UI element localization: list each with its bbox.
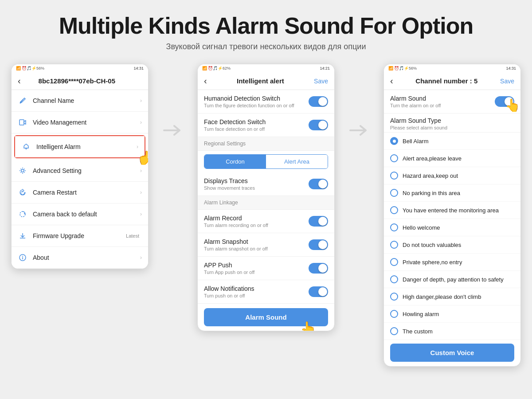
radio-howling-alarm[interactable]: [390, 310, 398, 318]
nav-bar-1: ‹ 8bc12896****07eb-CH-05: [12, 72, 148, 90]
radio-row-do-not-touch[interactable]: Do not touch valuables: [384, 236, 520, 254]
radio-monitoring-area[interactable]: [390, 206, 398, 214]
firmware-upgrade-icon: [18, 231, 27, 241]
custom-voice-button[interactable]: Custom Voice: [390, 344, 514, 362]
displays-traces-desc: Show movement traces: [204, 185, 309, 191]
face-toggle[interactable]: [309, 120, 328, 130]
chevron-intelligent-alarm: ›: [137, 144, 138, 150]
advanced-setting-icon: [18, 166, 27, 176]
radio-row-no-parking[interactable]: No parking in this area: [384, 184, 520, 202]
video-management-icon: [18, 117, 27, 127]
menu-item-video-management[interactable]: Video Management ›: [12, 112, 148, 133]
back-button-1[interactable]: ‹: [18, 76, 21, 86]
hand-cursor-1: 👆: [137, 150, 148, 165]
alarm-record-toggle[interactable]: [309, 216, 328, 227]
face-desc: Turn face detection on or off: [204, 126, 309, 132]
svg-point-1: [21, 169, 24, 172]
menu-label-firmware-upgrade: Firmware Upgrade: [33, 232, 126, 239]
svg-rect-0: [20, 120, 24, 125]
about-icon: [18, 253, 27, 262]
menu-item-advanced-setting[interactable]: Advanced Setting ›: [12, 160, 148, 182]
radio-hello-welcome[interactable]: [390, 223, 398, 231]
channel-name-icon: [18, 96, 27, 106]
radio-do-not-touch[interactable]: [390, 241, 398, 249]
status-bar-1: 📶 ⏰🎵⚡56% 14:31: [12, 64, 148, 72]
hand-cursor-3: 👆: [505, 98, 520, 113]
tab-row: Cordon Alert Area: [204, 154, 328, 169]
radio-no-parking[interactable]: [390, 189, 398, 197]
menu-label-camera-restart: Camera Restart: [33, 189, 140, 196]
menu-label-advanced-setting: Advanced Setting: [33, 167, 140, 174]
menu-item-camera-restart[interactable]: Camera Restart ›: [12, 182, 148, 203]
radio-row-monitoring-area[interactable]: You have entered the monitoring area: [384, 202, 520, 219]
nav-title-2: Intelligent alert: [237, 77, 284, 85]
menu-item-intelligent-alarm-wrapper: Intelligent Alarm › 👆: [14, 135, 145, 158]
camera-default-icon: [18, 209, 27, 219]
phone-3: 📶 ⏰🎵⚡56% 14:31 ‹ Channel number : 5 Save…: [383, 64, 521, 367]
status-bar-2: 📶 ⏰🎵⚡62% 14:21: [198, 64, 334, 72]
allow-notif-toggle[interactable]: [309, 286, 328, 297]
chevron-advanced-setting: ›: [140, 168, 142, 174]
app-push-label: APP Push: [204, 262, 309, 269]
nav-title-3: Channel number : 5: [415, 77, 477, 85]
setting-row-displays-traces: Displays Traces Show movement traces: [198, 172, 334, 196]
displays-traces-label: Displays Traces: [204, 177, 309, 184]
radio-high-danger[interactable]: [390, 293, 398, 301]
radio-hazard-keep-out[interactable]: [390, 172, 398, 180]
radio-label-hazard-keep-out: Hazard area,keep out: [403, 172, 458, 179]
alarm-snapshot-desc: Turn alarm snapshot on or off: [204, 246, 309, 251]
radio-private-sphere[interactable]: [390, 258, 398, 266]
humanoid-toggle[interactable]: [309, 96, 328, 107]
alarm-sound-type-desc: Please select alarm sound: [390, 125, 514, 130]
phone1-content: Channel Name › Video Management ›: [12, 90, 148, 269]
radio-the-custom[interactable]: [390, 327, 398, 335]
displays-traces-toggle[interactable]: [309, 179, 328, 189]
menu-item-channel-name[interactable]: Channel Name ›: [12, 90, 148, 112]
radio-label-private-sphere: Private sphere,no entry: [403, 259, 462, 266]
radio-row-the-custom[interactable]: The custom: [384, 323, 520, 340]
menu-item-firmware-upgrade[interactable]: Firmware Upgrade Latest: [12, 225, 148, 247]
back-button-3[interactable]: ‹: [390, 76, 393, 86]
radio-label-danger-depth: Danger of depth, pay attention to safety: [403, 276, 504, 283]
radio-danger-depth[interactable]: [390, 275, 398, 283]
radio-row-howling-alarm[interactable]: Howling alarm: [384, 305, 520, 323]
radio-row-hazard-keep-out[interactable]: Hazard area,keep out: [384, 167, 520, 184]
radio-row-danger-depth[interactable]: Danger of depth, pay attention to safety: [384, 271, 520, 288]
nav-bar-2: ‹ Intelligent alert Save: [198, 72, 334, 90]
app-push-toggle[interactable]: [309, 263, 328, 274]
radio-row-hello-welcome[interactable]: Hello welcome: [384, 219, 520, 236]
hand-cursor-2: 👆: [300, 321, 317, 331]
radio-label-no-parking: No parking in this area: [403, 190, 460, 196]
menu-item-intelligent-alarm[interactable]: Intelligent Alarm ›: [15, 136, 145, 157]
radio-row-alert-leave[interactable]: Alert area,please leave: [384, 150, 520, 167]
menu-item-about[interactable]: About ›: [12, 247, 148, 269]
save-button-2[interactable]: Save: [314, 78, 328, 85]
tab-alert-area[interactable]: Alert Area: [266, 155, 328, 168]
radio-row-bell-alarm[interactable]: Bell Alarm: [384, 133, 520, 150]
setting-row-alarm-record: Alarm Record Turn alarm recording on or …: [198, 210, 334, 233]
phone2-content: Humanoid Detection Switch Turn the figur…: [198, 90, 334, 331]
firmware-latest-badge: Latest: [126, 233, 139, 239]
menu-label-video-management: Video Management: [33, 119, 140, 126]
save-button-3[interactable]: Save: [500, 78, 514, 85]
phone3-content: Alarm Sound Turn the alarm on or off 👆 A…: [384, 90, 520, 366]
setting-row-alarm-sound: Alarm Sound Turn the alarm on or off 👆: [384, 90, 520, 113]
menu-item-camera-default[interactable]: Camera back to default ›: [12, 203, 148, 225]
svg-point-3: [22, 256, 23, 257]
setting-row-app-push: APP Push Turn App push on or off: [198, 257, 334, 280]
radio-row-high-danger[interactable]: High danger,please don't climb: [384, 288, 520, 305]
tab-cordon[interactable]: Cordon: [204, 155, 266, 168]
alarm-linkage-header: Alarm Linkage: [198, 196, 334, 210]
menu-label-camera-default: Camera back to default: [33, 211, 140, 218]
arrow-1: [162, 121, 184, 139]
chevron-video-management: ›: [140, 119, 142, 125]
radio-label-the-custom: The custom: [403, 328, 433, 335]
radio-alert-leave[interactable]: [390, 154, 398, 162]
back-button-2[interactable]: ‹: [204, 76, 207, 86]
alarm-sound-type-label: Alarm Sound Type: [390, 117, 514, 124]
radio-row-private-sphere[interactable]: Private sphere,no entry: [384, 254, 520, 271]
alarm-snapshot-toggle[interactable]: [309, 239, 328, 250]
alarm-record-label: Alarm Record: [204, 215, 309, 222]
alarm-sound-label: Alarm Sound: [390, 95, 495, 102]
radio-bell-alarm[interactable]: [390, 137, 398, 145]
